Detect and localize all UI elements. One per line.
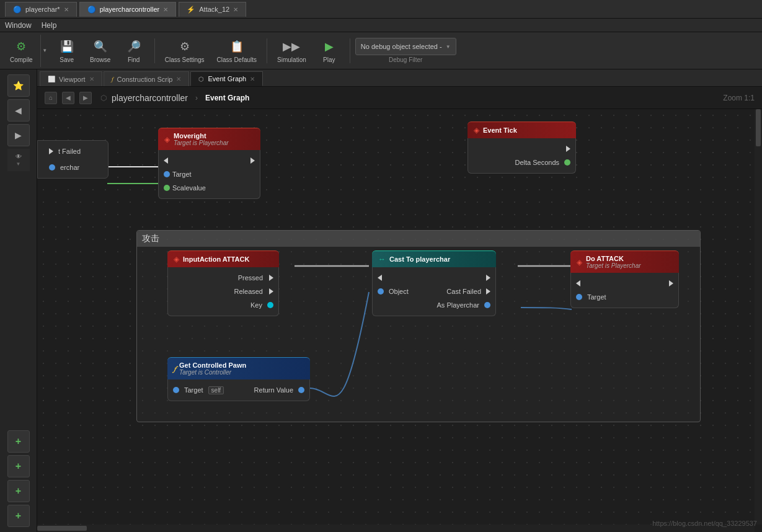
play-button[interactable]: ▶ Play [314, 35, 345, 67]
cast-header: ↔ Cast To playerchar [372, 250, 496, 267]
add-button-4[interactable]: + [7, 505, 30, 527]
tab-construction[interactable]: 𝑓 Construction Scrip ✕ [104, 71, 190, 86]
menu-window[interactable]: Window [5, 21, 32, 30]
key-row: Key [168, 298, 278, 312]
exec-pin [49, 148, 53, 154]
back-button[interactable]: ◀ [7, 99, 30, 122]
tab-viewport[interactable]: ⬜ Viewport ✕ [40, 71, 102, 86]
scrollbar-v-thumb[interactable] [756, 109, 761, 146]
return-value-pin [298, 387, 304, 393]
released-pin [269, 288, 273, 295]
add-button-3[interactable]: + [7, 480, 30, 502]
left-panel-top: ⭐ ◀ ▶ 👁 ▼ [0, 69, 37, 425]
tab-event-graph[interactable]: ⬡ Event Graph ✕ [190, 71, 263, 86]
forward-button[interactable]: ▶ [7, 124, 30, 146]
compile-dropdown[interactable]: ▼ [40, 35, 49, 67]
input-action-title: InputAction ATTACK [183, 255, 249, 263]
moveright-icon: ◈ [164, 135, 170, 144]
pressed-label: Pressed [238, 274, 263, 282]
pawn-target-pin [173, 387, 179, 393]
compile-button[interactable]: ⚙ Compile [5, 35, 38, 67]
event-tick-node[interactable]: ◈ Event Tick Delta Seconds [467, 122, 576, 174]
cast-exec-out [486, 275, 490, 281]
tick-exec-out [566, 146, 570, 152]
self-badge: self [208, 386, 224, 394]
tab-attack12[interactable]: ⚡ Attack_12 ✕ [179, 2, 246, 17]
as-playerchar-row: As Playerchar [373, 298, 495, 312]
get-controlled-pawn-node[interactable]: 𝑓 Get Controlled Pawn Target is Controll… [167, 357, 310, 401]
scrollbar-h-thumb[interactable] [37, 526, 87, 531]
debug-dropdown[interactable]: No debug object selected - ▼ [355, 38, 456, 55]
simulation-button[interactable]: ▶▶ Simulation [272, 35, 311, 67]
cast-to-playerchar-node[interactable]: ↔ Cast To playerchar Object [372, 250, 496, 316]
close-icon[interactable]: ✕ [89, 76, 94, 82]
moveright-node[interactable]: ◈ Moveright Target is Playerchar [158, 128, 260, 199]
close-icon[interactable]: ✕ [233, 6, 238, 13]
moveright-subtitle: Target is Playerchar [174, 140, 229, 146]
debug-section: No debug object selected - ▼ Debug Filte… [355, 38, 456, 63]
tab-playercharcontroller[interactable]: 🔵 playercharcontroller ✕ [79, 2, 177, 17]
save-button[interactable]: 💾 Save [51, 35, 82, 67]
construction-icon: 𝑓 [112, 76, 113, 83]
do-attack-target-row: Target [571, 290, 678, 304]
forward-nav-button[interactable]: ▶ [79, 92, 92, 104]
tab-playerchar[interactable]: 🔵 playerchar* ✕ [5, 2, 77, 17]
event-tick-title: Event Tick [483, 126, 517, 134]
scalevalue-row: Scalevalue [159, 181, 260, 195]
target-pin [164, 171, 170, 177]
class-settings-button[interactable]: ⚙ Class Settings [160, 35, 210, 67]
play-icon: ▶ [321, 38, 338, 55]
find-icon: 🔎 [125, 38, 143, 55]
do-attack-target-pin [576, 294, 582, 300]
simulation-label: Simulation [277, 56, 306, 63]
get-controlled-pawn-title: Get Controlled Pawn [179, 361, 246, 369]
view-toggle[interactable]: 👁 ▼ [7, 149, 30, 171]
menu-help[interactable]: Help [42, 21, 57, 30]
class-defaults-button[interactable]: 📋 Class Defaults [212, 35, 262, 67]
browse-button[interactable]: 🔍 Browse [85, 35, 116, 67]
toolbar: ⚙ Compile ▼ 💾 Save 🔍 Browse 🔎 Find ⚙ Cla… [0, 32, 762, 69]
do-attack-body: Target [570, 273, 679, 308]
viewport-label: Viewport [59, 76, 86, 83]
do-attack-node[interactable]: ◈ Do ATTACK Target is Playerchar [570, 250, 679, 308]
input-action-body: Pressed Released Key [167, 267, 279, 316]
delta-seconds-pin [564, 159, 570, 166]
object-label: Object [389, 288, 409, 295]
target-row: Target [159, 167, 260, 181]
play-label: Play [323, 56, 335, 63]
find-button[interactable]: 🔎 Find [118, 35, 149, 67]
find-label: Find [128, 56, 140, 63]
favorite-button[interactable]: ⭐ [7, 74, 30, 97]
close-icon[interactable]: ✕ [176, 76, 181, 82]
home-icon[interactable]: ⌂ [45, 92, 57, 104]
add-button-2[interactable]: + [7, 455, 30, 477]
tick-exec-row [468, 142, 575, 156]
event-tick-body: Delta Seconds [467, 138, 576, 174]
close-icon[interactable]: ✕ [64, 6, 69, 13]
blue-pin [49, 164, 55, 171]
pressed-pin [269, 275, 273, 281]
scrollbar-v[interactable] [755, 109, 762, 525]
cast-icon: ↔ [378, 255, 386, 264]
close-icon[interactable]: ✕ [250, 76, 255, 82]
scrollbar-h[interactable] [37, 525, 755, 532]
graph-canvas[interactable]: t Failed erchar ◈ Moveright Target is Pl… [37, 109, 762, 532]
close-icon[interactable]: ✕ [163, 6, 168, 13]
add-button-1[interactable]: + [7, 430, 30, 453]
as-playerchar-label: As Playerchar [437, 301, 479, 309]
input-action-header: ◈ InputAction ATTACK [167, 250, 279, 267]
tab-icon: 🔵 [13, 6, 22, 14]
moveright-header: ◈ Moveright Target is Playerchar [158, 128, 260, 150]
char-pin-row: erchar [44, 161, 102, 174]
input-action-attack-node[interactable]: ◈ InputAction ATTACK Pressed Released [167, 250, 279, 316]
moveright-body: Target Scalevalue [158, 150, 260, 199]
pawn-target-row: Target self Return Value [168, 383, 309, 397]
toolbar-separator-2 [267, 38, 267, 63]
debug-filter-label: Debug Filter [355, 56, 456, 63]
exec-row [159, 154, 260, 167]
breadcrumb-separator: › [195, 94, 198, 102]
back-nav-button[interactable]: ◀ [62, 92, 74, 104]
as-playerchar-pin [484, 302, 490, 308]
compile-icon: ⚙ [12, 38, 30, 55]
event-tick-header: ◈ Event Tick [467, 122, 576, 138]
